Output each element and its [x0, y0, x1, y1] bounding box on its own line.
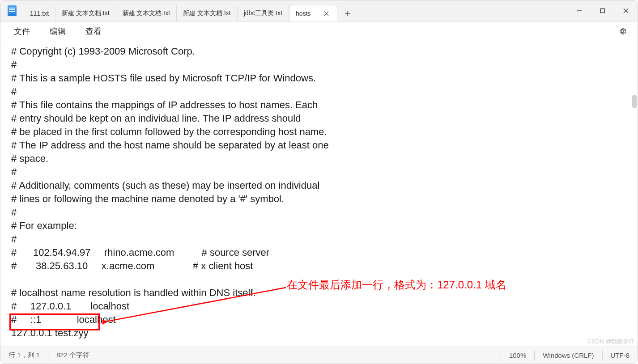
menu-view[interactable]: 查看: [76, 23, 111, 39]
tab-jdbc[interactable]: jdbc工具类.txt: [238, 5, 289, 21]
status-bar: 行 1，列 1 822 个字符 100% Windows (CRLF) UTF-…: [0, 347, 638, 364]
editor-area[interactable]: # Copyright (c) 1993-2009 Microsoft Corp…: [0, 41, 638, 347]
maximize-icon: [600, 8, 605, 13]
window-controls: [568, 0, 638, 21]
vertical-scrollbar[interactable]: [632, 95, 637, 108]
new-tab-button[interactable]: [339, 5, 356, 21]
title-bar: 111.txt 新建 文本文档.txt 新建 文本文档.txt 新建 文本文档.…: [0, 0, 638, 22]
watermark: CSDN @我耀学IT: [587, 338, 634, 346]
tab-label: 新建 文本文档.txt: [183, 9, 231, 17]
app-icon: [0, 0, 24, 21]
menu-bar: 文件 编辑 查看: [0, 22, 638, 42]
tab-label: hosts: [296, 10, 310, 17]
minimize-button[interactable]: [568, 2, 591, 20]
gear-icon: [618, 27, 627, 36]
tab-hosts[interactable]: hosts: [289, 5, 337, 21]
notepad-window: 111.txt 新建 文本文档.txt 新建 文本文档.txt 新建 文本文档.…: [0, 0, 638, 364]
tab-newdoc-3[interactable]: 新建 文本文档.txt: [177, 5, 238, 21]
tab-label: jdbc工具类.txt: [244, 9, 282, 17]
menu-edit[interactable]: 编辑: [40, 23, 76, 39]
tab-label: 新建 文本文档.txt: [62, 9, 110, 17]
status-zoom: 100%: [501, 347, 534, 364]
text-content[interactable]: # Copyright (c) 1993-2009 Microsoft Corp…: [0, 41, 638, 347]
close-icon: [623, 8, 629, 13]
menu-file[interactable]: 文件: [4, 23, 40, 39]
tab-newdoc-1[interactable]: 新建 文本文档.txt: [55, 5, 116, 21]
tab-111[interactable]: 111.txt: [24, 5, 55, 21]
tab-newdoc-2[interactable]: 新建 文本文档.txt: [116, 5, 177, 21]
status-chars: 822 个字符: [48, 347, 98, 364]
maximize-button[interactable]: [591, 2, 614, 20]
status-encoding: UTF-8: [603, 347, 638, 364]
close-button[interactable]: [614, 2, 638, 20]
svg-rect-0: [601, 9, 605, 13]
tab-label: 111.txt: [30, 10, 49, 17]
plus-icon: [345, 10, 351, 17]
notepad-icon: [8, 5, 17, 16]
minimize-icon: [577, 8, 582, 13]
status-cursor: 行 1，列 1: [0, 347, 48, 364]
close-icon[interactable]: [323, 9, 331, 17]
tab-strip: 111.txt 新建 文本文档.txt 新建 文本文档.txt 新建 文本文档.…: [24, 0, 568, 21]
status-line-ending: Windows (CRLF): [535, 347, 602, 364]
tab-label: 新建 文本文档.txt: [123, 9, 170, 17]
settings-button[interactable]: [614, 23, 630, 39]
